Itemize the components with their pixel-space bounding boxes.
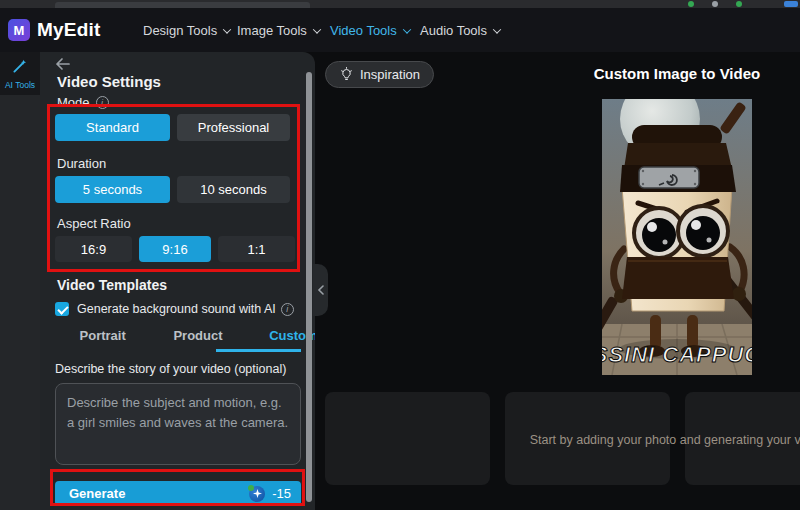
active-tab-underline: [216, 349, 301, 352]
top-navbar: MyEdit Design Tools Image Tools Video To…: [0, 8, 800, 52]
generate-label: Generate: [69, 486, 249, 501]
extension-icon[interactable]: [688, 1, 694, 7]
nav-label: Design Tools: [143, 23, 217, 38]
arrow-left-icon: [54, 56, 72, 72]
main-area: Inspiration Custom Image to Video: [315, 52, 800, 510]
ratio-9-16-button[interactable]: 9:16: [139, 236, 211, 262]
nav-design-tools[interactable]: Design Tools: [143, 23, 230, 38]
nav-image-tools[interactable]: Image Tools: [237, 23, 320, 38]
story-textarea[interactable]: [55, 383, 301, 465]
ratio-1-1-button[interactable]: 1:1: [218, 236, 295, 262]
tab-portrait[interactable]: Portrait: [55, 324, 150, 350]
background-sound-label: Generate background sound with AI: [77, 302, 294, 316]
nav-audio-tools[interactable]: Audio Tools: [420, 23, 500, 38]
browser-profile-icon[interactable]: [784, 1, 798, 7]
magic-wand-icon: [12, 58, 28, 74]
logo-wordmark[interactable]: MyEdit: [37, 19, 100, 41]
video-settings-panel: Video Settings Mode Standard Professiona…: [40, 52, 315, 510]
chevron-down-icon: [313, 25, 321, 33]
nav-label: Audio Tools: [420, 23, 487, 38]
rail-lower-panel: [0, 95, 40, 510]
describe-label: Describe the story of your video (option…: [55, 362, 286, 376]
empty-state-text: Start by adding your photo and generatin…: [427, 433, 800, 447]
generate-button[interactable]: Generate -15: [55, 481, 301, 506]
credit-cost: -15: [272, 486, 291, 501]
app-window: MyEdit Design Tools Image Tools Video To…: [0, 0, 800, 510]
template-tabs: Portrait Product Custom: [55, 324, 341, 350]
credit-coin-icon: [249, 486, 265, 502]
extension-icon[interactable]: [736, 1, 742, 7]
label-text: Mode: [57, 95, 90, 110]
ratio-16-9-button[interactable]: 16:9: [55, 236, 132, 262]
chevron-left-icon: [317, 285, 325, 295]
chevron-down-icon: [223, 25, 231, 33]
label-text: Generate background sound with AI: [77, 302, 276, 316]
nav-label: Image Tools: [237, 23, 307, 38]
duration-10s-button[interactable]: 10 seconds: [177, 176, 290, 203]
video-templates-title: Video Templates: [57, 277, 167, 293]
background-sound-checkbox[interactable]: [55, 302, 69, 316]
left-rail: AI Tools: [0, 52, 40, 510]
label-text: Aspect Ratio: [57, 216, 131, 231]
nav-label: Video Tools: [330, 23, 397, 38]
page-title: Custom Image to Video: [527, 65, 800, 82]
inspiration-label: Inspiration: [360, 67, 420, 82]
chevron-down-icon: [403, 25, 411, 33]
tab-product[interactable]: Product: [150, 324, 245, 350]
mode-professional-button[interactable]: Professional: [177, 114, 290, 141]
lightbulb-icon: [339, 67, 354, 82]
info-icon[interactable]: [96, 96, 109, 109]
image-caption-text: SSINI CAPPUC: [602, 342, 752, 367]
myedit-logo-icon[interactable]: [8, 19, 30, 41]
info-icon[interactable]: [281, 303, 294, 316]
aspect-ratio-label: Aspect Ratio: [57, 216, 131, 231]
mode-label: Mode: [57, 95, 109, 110]
panel-collapse-handle[interactable]: [313, 264, 328, 316]
chevron-down-icon: [493, 25, 501, 33]
panel-scrollbar[interactable]: [306, 72, 312, 502]
label-text: Duration: [57, 156, 106, 171]
duration-label: Duration: [57, 156, 106, 171]
uploaded-image-preview: SSINI CAPPUC: [602, 99, 752, 375]
sidebar-item-ai-tools[interactable]: AI Tools: [0, 58, 40, 90]
nav-video-tools[interactable]: Video Tools: [330, 23, 410, 38]
sidebar-item-label: AI Tools: [0, 80, 40, 90]
duration-5s-button[interactable]: 5 seconds: [55, 176, 170, 203]
extension-icon[interactable]: [712, 1, 718, 7]
inspiration-button[interactable]: Inspiration: [325, 61, 434, 88]
back-button[interactable]: [54, 56, 72, 72]
panel-title: Video Settings: [57, 73, 161, 90]
ninja-coffee-cup-illustration: SSINI CAPPUC: [602, 99, 752, 375]
mode-standard-button[interactable]: Standard: [55, 114, 170, 141]
browser-chrome-strip: [0, 0, 800, 8]
